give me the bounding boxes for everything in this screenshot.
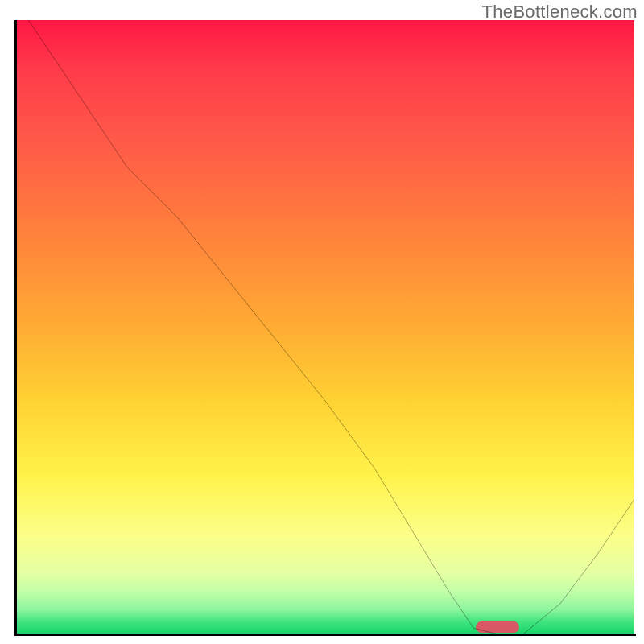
x-axis-line (14, 634, 636, 636)
chart-container: TheBottleneck.com (0, 0, 644, 644)
bottleneck-curve (16, 20, 634, 634)
plot-area (16, 20, 634, 634)
y-axis-line (14, 20, 17, 636)
